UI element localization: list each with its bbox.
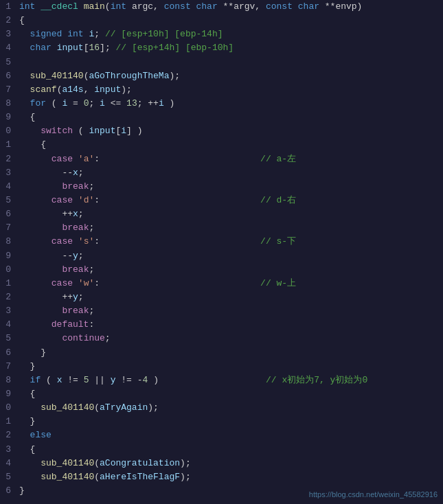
line-number: 2 bbox=[3, 14, 11, 27]
line-number: 1 bbox=[3, 277, 11, 290]
code-line: { bbox=[19, 443, 443, 457]
line-number: 3 bbox=[3, 443, 11, 457]
line-number: 3 bbox=[3, 166, 11, 180]
line-number: 6 bbox=[3, 69, 11, 83]
code-line: continue; bbox=[19, 332, 443, 345]
code-line: for ( i = 0; i <= 13; ++i ) bbox=[19, 97, 443, 111]
line-number: 9 bbox=[3, 111, 11, 124]
code-line: scanf(a14s, input); bbox=[19, 83, 443, 97]
code-line: { bbox=[19, 138, 443, 152]
line-number: 4 bbox=[3, 457, 11, 470]
code-line: { bbox=[19, 14, 443, 27]
code-line: } bbox=[19, 346, 443, 360]
line-number: 2 bbox=[3, 428, 11, 442]
code-line: case 'w': // w-上 bbox=[19, 277, 443, 290]
code-line bbox=[19, 56, 443, 69]
line-number: 4 bbox=[3, 318, 11, 332]
line-number: 9 bbox=[3, 249, 11, 263]
code-line: sub_401140(aCongratulation); bbox=[19, 457, 443, 470]
code-line: case 'a': // a-左 bbox=[19, 152, 443, 166]
line-number: 7 bbox=[3, 83, 11, 97]
code-content[interactable]: int __cdecl main(int argc, const char **… bbox=[15, 0, 443, 504]
line-number: 0 bbox=[3, 263, 11, 277]
code-line: ++x; bbox=[19, 207, 443, 221]
line-number: 5 bbox=[3, 194, 11, 207]
line-number: 0 bbox=[3, 401, 11, 415]
code-line: break; bbox=[19, 221, 443, 235]
line-number: 8 bbox=[3, 374, 11, 387]
line-number: 8 bbox=[3, 97, 11, 111]
line-number: 6 bbox=[3, 346, 11, 360]
code-line: char input[16]; // [esp+14h] [ebp-10h] bbox=[19, 41, 443, 55]
line-number: 2 bbox=[3, 152, 11, 166]
code-line: switch ( input[i] ) bbox=[19, 124, 443, 138]
line-number: 5 bbox=[3, 56, 11, 69]
code-line: case 's': // s-下 bbox=[19, 235, 443, 249]
code-line: case 'd': // d-右 bbox=[19, 194, 443, 207]
code-line: default: bbox=[19, 318, 443, 332]
line-number: 1 bbox=[3, 0, 11, 14]
line-numbers: 123456789012345678901234567890123456 bbox=[0, 0, 15, 504]
line-number: 6 bbox=[3, 484, 11, 498]
line-number: 6 bbox=[3, 207, 11, 221]
watermark: https://blog.csdn.net/weixin_45582916 bbox=[309, 490, 438, 499]
line-number: 0 bbox=[3, 124, 11, 138]
line-number: 4 bbox=[3, 41, 11, 55]
line-number: 1 bbox=[3, 138, 11, 152]
line-number: 3 bbox=[3, 304, 11, 318]
line-number: 3 bbox=[3, 27, 11, 41]
code-line: ++y; bbox=[19, 290, 443, 304]
code-line: { bbox=[19, 111, 443, 124]
line-number: 8 bbox=[3, 235, 11, 249]
code-line: else bbox=[19, 428, 443, 442]
line-number: 5 bbox=[3, 470, 11, 484]
code-line: break; bbox=[19, 180, 443, 194]
code-line: sub_401140(aHereIsTheFlagF); bbox=[19, 470, 443, 484]
line-number: 5 bbox=[3, 332, 11, 345]
code-line: { bbox=[19, 387, 443, 401]
code-line: } bbox=[19, 415, 443, 428]
code-line: sub_401140(aGoThroughTheMa); bbox=[19, 69, 443, 83]
line-number: 2 bbox=[3, 290, 11, 304]
code-line: if ( x != 5 || y != -4 ) // x初始为7, y初始为0 bbox=[19, 374, 443, 387]
code-line: --y; bbox=[19, 249, 443, 263]
code-line: signed int i; // [esp+10h] [ebp-14h] bbox=[19, 27, 443, 41]
line-number: 4 bbox=[3, 180, 11, 194]
line-number: 7 bbox=[3, 221, 11, 235]
code-line: break; bbox=[19, 263, 443, 277]
code-line: } bbox=[19, 360, 443, 374]
code-container: 123456789012345678901234567890123456 int… bbox=[0, 0, 443, 504]
code-line: int __cdecl main(int argc, const char **… bbox=[19, 0, 443, 14]
line-number: 7 bbox=[3, 360, 11, 374]
line-number: 1 bbox=[3, 415, 11, 428]
code-line: --x; bbox=[19, 166, 443, 180]
line-number: 9 bbox=[3, 387, 11, 401]
code-line: break; bbox=[19, 304, 443, 318]
code-line: sub_401140(aTryAgain); bbox=[19, 401, 443, 415]
